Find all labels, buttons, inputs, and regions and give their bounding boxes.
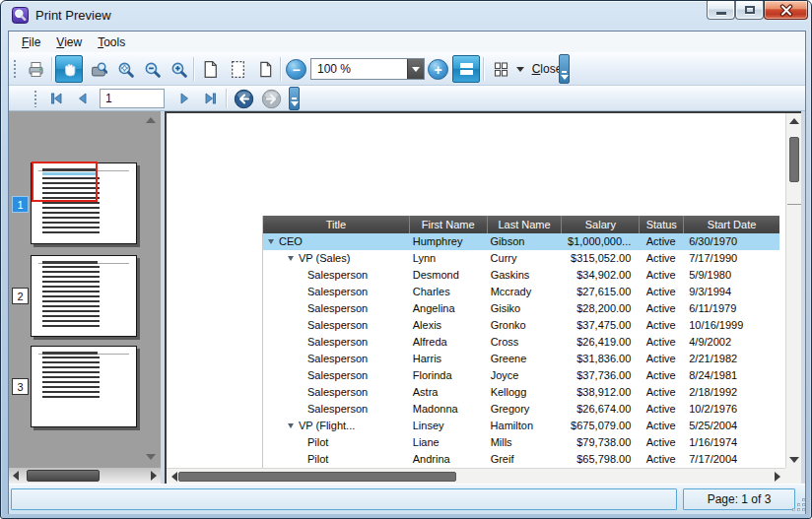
- page-margins-button[interactable]: [225, 56, 250, 82]
- scroll-up-arrow[interactable]: [789, 118, 799, 124]
- dynamic-zoom-button[interactable]: [112, 56, 138, 82]
- page-number-input[interactable]: [100, 89, 165, 108]
- pager-toolbar: [9, 86, 805, 111]
- main-toolbar: − 100 % + Close: [9, 52, 805, 86]
- zoom-combobox[interactable]: 100 %: [310, 58, 425, 80]
- toolbar-separator: [193, 57, 194, 81]
- zoom-decrease-button[interactable]: −: [286, 59, 306, 80]
- table-row: PilotAndrinaGreif$65,798.00Active7/17/20…: [263, 451, 779, 468]
- cell-start-date: 6/30/1970: [683, 233, 779, 250]
- chevron-down-icon: [561, 75, 569, 80]
- printer-icon: [27, 60, 45, 79]
- last-page-button[interactable]: [198, 88, 222, 109]
- cell-first-name: Florinda: [409, 367, 487, 384]
- sidebar-horizontal-scrollbar[interactable]: [9, 468, 161, 484]
- next-page-icon: [176, 91, 192, 106]
- menu-file[interactable]: File: [14, 33, 48, 51]
- continuous-view-button[interactable]: [452, 55, 480, 83]
- cell-start-date: 5/9/1980: [683, 267, 779, 284]
- cell-last-name: Gregory: [487, 401, 562, 418]
- cell-last-name: Mccrady: [487, 284, 562, 300]
- table-body: CEOHumphreyGibson$1,000,000...Active6/30…: [263, 233, 779, 468]
- overflow-bar-icon: [562, 71, 567, 73]
- table-row: SalespersonAstraKellogg$38,912.00Active2…: [263, 384, 779, 401]
- viewport-marker-rect[interactable]: [32, 162, 98, 202]
- snapshot-tool-button[interactable]: [86, 56, 111, 82]
- cell-start-date: 6/11/1979: [683, 300, 779, 317]
- print-button[interactable]: [23, 56, 48, 82]
- back-button[interactable]: [232, 87, 255, 110]
- toolbar-drag-grip[interactable]: [34, 90, 37, 107]
- previous-page-button[interactable]: [71, 88, 95, 109]
- scroll-left-arrow[interactable]: [13, 471, 19, 481]
- scroll-right-arrow[interactable]: [151, 471, 157, 481]
- zoom-increase-button[interactable]: +: [428, 59, 448, 80]
- hand-tool-button[interactable]: [55, 55, 83, 83]
- menu-view[interactable]: View: [48, 33, 90, 51]
- scroll-down-arrow[interactable]: [789, 457, 799, 463]
- cell-status: Active: [639, 267, 683, 284]
- multiple-pages-icon: [493, 61, 509, 78]
- status-bar: Page: 1 of 3: [9, 484, 805, 514]
- snapshot-magnifier-icon: [91, 61, 107, 78]
- title-bar[interactable]: Print Preview: [2, 1, 812, 31]
- page-width-button[interactable]: [252, 56, 278, 82]
- thumb-header-row: [42, 352, 98, 355]
- chevron-down-icon: [412, 67, 420, 72]
- toolbar-separator: [226, 89, 227, 108]
- zoom-value: 100 %: [311, 62, 407, 76]
- cell-first-name: Madonna: [409, 401, 487, 418]
- zoom-dropdown-button[interactable]: [407, 59, 424, 79]
- preview-vertical-scrollbar[interactable]: [785, 113, 801, 468]
- zoom-out-button[interactable]: [139, 56, 165, 82]
- cell-title: VP (Flight...: [263, 418, 409, 434]
- preview-vscrollbar-thumb[interactable]: [789, 137, 799, 182]
- preview-hscrollbar-thumb[interactable]: [178, 472, 456, 482]
- menu-tools[interactable]: Tools: [90, 33, 133, 51]
- maximize-button[interactable]: [735, 1, 764, 20]
- sidebar-scroll-down-arrow[interactable]: [146, 454, 156, 460]
- cell-status: Active: [639, 434, 683, 451]
- page-label-3[interactable]: 3: [12, 378, 29, 395]
- cell-status: Active: [639, 351, 683, 367]
- close-icon: [778, 4, 794, 17]
- cell-start-date: 2/18/1992: [683, 384, 779, 401]
- next-page-button[interactable]: [172, 88, 196, 109]
- scroll-right-arrow[interactable]: [775, 472, 780, 482]
- page-thumbnail-3[interactable]: [31, 346, 137, 427]
- first-page-icon: [49, 91, 65, 106]
- cell-status: Active: [639, 384, 683, 401]
- page-label-1[interactable]: 1: [12, 196, 29, 213]
- cell-status: Active: [639, 401, 683, 418]
- multiple-pages-dropdown[interactable]: [514, 62, 526, 76]
- sidebar-scroll-up-arrow[interactable]: [146, 117, 156, 123]
- whole-page-button[interactable]: [197, 56, 223, 82]
- zoom-in-button[interactable]: [166, 56, 191, 82]
- resize-grip[interactable]: [791, 497, 807, 512]
- multiple-pages-button[interactable]: [488, 56, 513, 82]
- cell-last-name: Mills: [487, 434, 562, 451]
- cell-last-name: Gisiko: [487, 300, 562, 317]
- cell-first-name: Harris: [409, 351, 487, 367]
- table-row: SalespersonAngelinaGisiko$28,200.00Activ…: [263, 300, 779, 317]
- forward-button[interactable]: [259, 87, 283, 110]
- cell-title: CEO: [263, 233, 409, 250]
- cell-salary: $26,419.00: [561, 334, 639, 351]
- toolbar-overflow-handle[interactable]: [289, 87, 300, 110]
- column-header-first-name: First Name: [409, 216, 487, 233]
- page-label-2[interactable]: 2: [12, 288, 29, 304]
- toolbar-overflow-handle[interactable]: [559, 54, 570, 84]
- scroll-left-arrow[interactable]: [171, 472, 177, 482]
- preview-horizontal-scrollbar[interactable]: [167, 468, 785, 484]
- cell-last-name: Kellogg: [487, 384, 562, 401]
- first-page-button[interactable]: [45, 88, 69, 109]
- minimize-button[interactable]: [707, 1, 735, 20]
- content-area: 1 2 3: [9, 111, 805, 484]
- cell-title: Salesperson: [263, 334, 409, 351]
- menu-bar: File View Tools: [9, 32, 805, 52]
- cell-first-name: Charles: [409, 284, 487, 300]
- toolbar-drag-grip[interactable]: [13, 59, 17, 79]
- page-thumbnail-2[interactable]: [31, 255, 137, 337]
- sidebar-scrollbar-thumb[interactable]: [27, 470, 100, 482]
- close-button[interactable]: [764, 1, 808, 20]
